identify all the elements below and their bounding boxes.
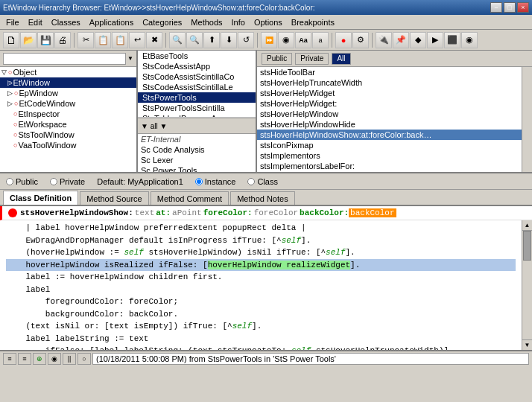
scroll-thumb[interactable] — [523, 231, 531, 261]
method-stshoverwindowhide[interactable]: stsHoverHelpWindowHide — [257, 119, 522, 130]
tb-undo[interactable]: ↩ — [129, 32, 145, 48]
radio-private[interactable]: Private — [50, 177, 85, 186]
tb-open[interactable]: 📂 — [20, 32, 37, 48]
radio-instance-input[interactable] — [195, 178, 203, 185]
menu-applications-2[interactable]: Applications — [85, 16, 138, 28]
status-btn-list1[interactable]: ≡ — [3, 353, 16, 365]
tab-method-notes[interactable]: Method Notes — [230, 191, 294, 205]
filter-private[interactable]: Private — [295, 53, 329, 65]
tb-del[interactable]: ✖ — [146, 32, 162, 48]
class-sts-co[interactable]: StsCodeAssistScintillaCo — [138, 71, 256, 82]
method-stshoverwidget[interactable]: stsHoverHelpWidget — [257, 88, 522, 98]
tb-paste[interactable]: 📋 — [112, 32, 128, 48]
status-btn-green[interactable]: ⊕ — [33, 353, 46, 365]
radio-class-input[interactable] — [247, 178, 255, 185]
tb-a[interactable]: a — [312, 32, 329, 48]
tab-method-comment[interactable]: Method Comment — [151, 191, 229, 205]
tb-gear[interactable]: ⚙ — [352, 32, 369, 48]
method-stshidetoolbar[interactable]: stsHideToolBar — [257, 67, 522, 77]
filter-public[interactable]: Public — [262, 53, 292, 65]
tb-find1[interactable]: 🔍 — [169, 32, 186, 48]
status-btn-circle[interactable]: ◉ — [48, 353, 61, 365]
cat-sc-lexer[interactable]: Sc Lexer — [138, 155, 256, 165]
tb-copy[interactable]: 📋 — [95, 32, 111, 48]
tree-vaatoolwindow[interactable]: ○ VaaToolWindow — [0, 140, 136, 150]
tree-etworkspace[interactable]: ○ EtWorkspace — [0, 119, 136, 130]
method-stshoverwindow[interactable]: stsHoverHelpWindow — [257, 109, 522, 119]
method-stshoverwindowshow[interactable]: stsHoverHelpWindowShow:at:foreColor:back… — [257, 130, 522, 140]
menu-breakpoints-2[interactable]: Breakpoints — [287, 16, 339, 28]
menu-classes-2[interactable]: Classes — [47, 16, 85, 28]
tb-e5[interactable]: ⬛ — [444, 32, 460, 48]
tb-e4[interactable]: ▶ — [427, 32, 443, 48]
menu-file-2[interactable]: File — [1, 16, 24, 28]
tb-aa[interactable]: Aa — [295, 32, 311, 48]
scroll-down[interactable]: ▼ — [522, 339, 532, 350]
tree-epwindow[interactable]: ▷ ○ EpWindow — [0, 88, 136, 98]
tree-object[interactable]: ▽ ○ Object — [0, 67, 136, 77]
max-btn[interactable]: □ — [504, 2, 516, 13]
hierarchy-dropdown-arrow[interactable]: ▼ — [127, 55, 133, 62]
method-stshoverhelptruncatewidth[interactable]: stsHoverHelpTruncateWidth — [257, 77, 522, 88]
method-stsimplementorslabel[interactable]: stsImplementorsLabelFor: — [257, 161, 522, 171]
tb-record[interactable]: ◉ — [278, 32, 294, 48]
tb-find2[interactable]: 🔍 — [186, 32, 203, 48]
cat-sc-power-tools[interactable]: Sc Power Tools — [138, 165, 256, 172]
class-sts-assist[interactable]: StsCodeAssistApp — [138, 61, 256, 71]
method-stsiconpixmap[interactable]: stsIconPixmap — [257, 140, 522, 150]
cat-sc-code-analysis[interactable]: Sc Code Analysis — [138, 144, 256, 155]
tb-go[interactable]: ⏩ — [261, 32, 277, 48]
tb-cut[interactable]: ✂ — [77, 32, 94, 48]
methods-filter-row: Public Private All — [257, 51, 532, 67]
hierarchy-dropdown-display[interactable] — [3, 53, 126, 65]
code-body[interactable]: | label hoverHelpWindow preferredExtent … — [0, 220, 522, 350]
class-sts-le[interactable]: StsCodeAssistScintillaLe — [138, 82, 256, 92]
class-etbasetools[interactable]: EtBaseTools — [138, 51, 256, 61]
tb-e2[interactable]: 📌 — [393, 32, 409, 48]
code-scrollbar[interactable]: ▲ ▼ — [522, 220, 532, 350]
status-bar: ≡ ≡ ⊕ ◉ || ○ (10/18/2011 5:00:08 PM) fro… — [0, 350, 532, 366]
tb-next[interactable]: ⬇ — [221, 32, 237, 48]
method-stshoverwidget2[interactable]: stsHoverHelpWidget: — [257, 98, 522, 109]
radio-public[interactable]: Public — [6, 177, 38, 186]
cat-filter-display[interactable]: ▼ all ▼ — [141, 122, 253, 130]
tb-print[interactable]: 🖨 — [54, 32, 71, 48]
tree-etinspector[interactable]: ○ EtInspector — [0, 109, 136, 119]
status-btn-list2[interactable]: ≡ — [18, 353, 31, 365]
tree-etwindow[interactable]: ▷ ○ EtWindow — [0, 77, 136, 88]
tb-e6[interactable]: ◉ — [461, 32, 478, 48]
method-stsimplementors[interactable]: stsImplementors — [257, 150, 522, 161]
tb-e1[interactable]: 🔌 — [376, 32, 392, 48]
menu-methods-2[interactable]: Methods — [186, 16, 227, 28]
status-btn-pause[interactable]: || — [63, 353, 76, 365]
radio-instance[interactable]: Instance — [195, 177, 236, 186]
methods-scrollbar[interactable] — [522, 67, 532, 172]
menu-info-2[interactable]: Info — [227, 16, 250, 28]
menu-categories-2[interactable]: Categories — [138, 16, 186, 28]
tb-prev[interactable]: ⬆ — [203, 32, 220, 48]
tb-save[interactable]: 💾 — [37, 32, 54, 48]
tab-class-definition[interactable]: Class Definition — [3, 191, 78, 205]
tb-e3[interactable]: ◆ — [410, 32, 426, 48]
filter-all[interactable]: All — [332, 53, 350, 65]
min-btn[interactable]: − — [490, 2, 502, 13]
label-epwindow: EpWindow — [19, 89, 58, 98]
class-stspowertools[interactable]: StsPowerTools — [138, 92, 256, 103]
status-btn-empty[interactable]: ○ — [77, 353, 91, 365]
code-line-8: foregroundColor: foreColor; — [6, 296, 516, 308]
radio-public-input[interactable] — [6, 178, 13, 185]
radio-class[interactable]: Class — [247, 177, 278, 186]
scroll-up[interactable]: ▲ — [522, 220, 532, 231]
code-line-4: (hoverHelpWindow := self stsHoverHelpWin… — [6, 246, 516, 259]
radio-private-input[interactable] — [50, 178, 57, 185]
class-sts-scintilla[interactable]: StsPowerToolsScintilla — [138, 103, 256, 113]
tb-red[interactable]: ● — [335, 32, 352, 48]
tb-refresh[interactable]: ↺ — [238, 32, 254, 48]
menu-edit-2[interactable]: Edit — [24, 16, 47, 28]
menu-options-2[interactable]: Options — [250, 16, 287, 28]
close-btn[interactable]: × — [517, 2, 529, 13]
tree-ststoolwindow[interactable]: ○ StsToolWindow — [0, 130, 136, 140]
tree-etcodewindow[interactable]: ▷ ○ EtCodeWindow — [0, 98, 136, 109]
tb-new[interactable]: 🗋 — [3, 32, 19, 48]
tab-method-source[interactable]: Method Source — [80, 191, 149, 205]
